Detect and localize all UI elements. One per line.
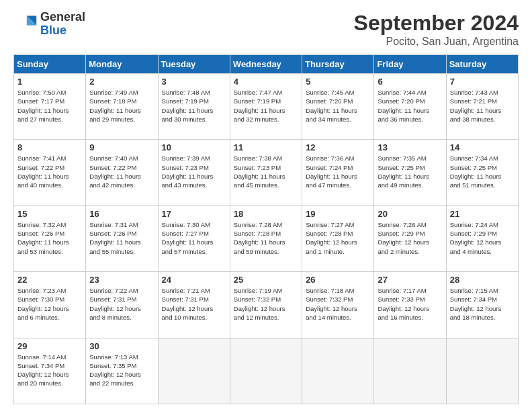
table-row bbox=[230, 338, 302, 404]
day-info: Sunrise: 7:47 AMSunset: 7:19 PMDaylight:… bbox=[234, 88, 298, 124]
day-info: Sunrise: 7:26 AMSunset: 7:29 PMDaylight:… bbox=[378, 220, 442, 256]
logo: General Blue bbox=[13, 11, 85, 38]
day-info: Sunrise: 7:28 AMSunset: 7:28 PMDaylight:… bbox=[234, 220, 298, 256]
header-thursday: Thursday bbox=[302, 55, 374, 74]
day-number: 17 bbox=[162, 209, 226, 219]
table-row: 6Sunrise: 7:44 AMSunset: 7:20 PMDaylight… bbox=[374, 74, 446, 140]
day-info: Sunrise: 7:30 AMSunset: 7:27 PMDaylight:… bbox=[162, 220, 226, 256]
page: General Blue September 2024 Pocito, San … bbox=[0, 0, 532, 411]
day-info: Sunrise: 7:32 AMSunset: 7:26 PMDaylight:… bbox=[17, 220, 82, 256]
day-number: 5 bbox=[306, 77, 370, 87]
day-number: 20 bbox=[378, 209, 442, 219]
day-number: 18 bbox=[234, 209, 298, 219]
calendar-header-row: Sunday Monday Tuesday Wednesday Thursday… bbox=[14, 55, 519, 74]
logo-general: General bbox=[40, 11, 85, 24]
day-number: 27 bbox=[378, 275, 442, 285]
header-wednesday: Wednesday bbox=[230, 55, 302, 74]
day-info: Sunrise: 7:23 AMSunset: 7:30 PMDaylight:… bbox=[17, 286, 82, 322]
table-row: 3Sunrise: 7:48 AMSunset: 7:19 PMDaylight… bbox=[158, 74, 230, 140]
table-row: 10Sunrise: 7:39 AMSunset: 7:23 PMDayligh… bbox=[158, 140, 230, 205]
table-row bbox=[302, 338, 374, 404]
day-info: Sunrise: 7:22 AMSunset: 7:31 PMDaylight:… bbox=[89, 286, 154, 322]
day-number: 15 bbox=[17, 209, 82, 219]
day-number: 28 bbox=[450, 275, 515, 285]
day-info: Sunrise: 7:34 AMSunset: 7:25 PMDaylight:… bbox=[450, 154, 515, 189]
table-row: 11Sunrise: 7:38 AMSunset: 7:23 PMDayligh… bbox=[230, 140, 302, 205]
table-row bbox=[446, 338, 518, 404]
day-info: Sunrise: 7:50 AMSunset: 7:17 PMDaylight:… bbox=[17, 88, 82, 124]
table-row: 4Sunrise: 7:47 AMSunset: 7:19 PMDaylight… bbox=[230, 74, 302, 140]
table-row: 30Sunrise: 7:13 AMSunset: 7:35 PMDayligh… bbox=[86, 338, 158, 404]
day-info: Sunrise: 7:40 AMSunset: 7:22 PMDaylight:… bbox=[89, 154, 154, 189]
day-number: 26 bbox=[306, 275, 370, 285]
day-info: Sunrise: 7:24 AMSunset: 7:29 PMDaylight:… bbox=[450, 220, 515, 256]
table-row: 28Sunrise: 7:15 AMSunset: 7:34 PMDayligh… bbox=[446, 272, 518, 338]
day-info: Sunrise: 7:49 AMSunset: 7:18 PMDaylight:… bbox=[89, 88, 154, 124]
table-row: 21Sunrise: 7:24 AMSunset: 7:29 PMDayligh… bbox=[446, 205, 518, 271]
logo-text: General Blue bbox=[40, 11, 85, 38]
day-number: 29 bbox=[17, 341, 82, 351]
day-info: Sunrise: 7:45 AMSunset: 7:20 PMDaylight:… bbox=[306, 88, 370, 124]
day-number: 2 bbox=[89, 77, 154, 87]
day-info: Sunrise: 7:27 AMSunset: 7:28 PMDaylight:… bbox=[306, 220, 370, 256]
table-row: 18Sunrise: 7:28 AMSunset: 7:28 PMDayligh… bbox=[230, 205, 302, 271]
header-saturday: Saturday bbox=[446, 55, 518, 74]
day-info: Sunrise: 7:13 AMSunset: 7:35 PMDaylight:… bbox=[89, 353, 154, 388]
day-number: 21 bbox=[450, 209, 515, 219]
day-info: Sunrise: 7:15 AMSunset: 7:34 PMDaylight:… bbox=[450, 286, 515, 322]
table-row: 16Sunrise: 7:31 AMSunset: 7:26 PMDayligh… bbox=[86, 205, 158, 271]
day-info: Sunrise: 7:41 AMSunset: 7:22 PMDaylight:… bbox=[17, 154, 82, 189]
calendar-title: September 2024 bbox=[354, 11, 519, 36]
day-number: 30 bbox=[89, 341, 154, 351]
day-info: Sunrise: 7:17 AMSunset: 7:33 PMDaylight:… bbox=[378, 286, 442, 322]
table-row: 27Sunrise: 7:17 AMSunset: 7:33 PMDayligh… bbox=[374, 272, 446, 338]
table-row: 29Sunrise: 7:14 AMSunset: 7:34 PMDayligh… bbox=[14, 338, 86, 404]
day-number: 19 bbox=[306, 209, 370, 219]
calendar-table: Sunday Monday Tuesday Wednesday Thursday… bbox=[13, 54, 519, 404]
day-number: 13 bbox=[378, 142, 442, 152]
logo-icon bbox=[13, 12, 38, 36]
day-info: Sunrise: 7:18 AMSunset: 7:32 PMDaylight:… bbox=[306, 286, 370, 322]
table-row: 23Sunrise: 7:22 AMSunset: 7:31 PMDayligh… bbox=[86, 272, 158, 338]
table-row: 24Sunrise: 7:21 AMSunset: 7:31 PMDayligh… bbox=[158, 272, 230, 338]
day-number: 12 bbox=[306, 142, 370, 152]
day-info: Sunrise: 7:31 AMSunset: 7:26 PMDaylight:… bbox=[89, 220, 154, 256]
table-row: 19Sunrise: 7:27 AMSunset: 7:28 PMDayligh… bbox=[302, 205, 374, 271]
title-block: September 2024 Pocito, San Juan, Argenti… bbox=[354, 11, 519, 48]
header-monday: Monday bbox=[86, 55, 158, 74]
table-row: 26Sunrise: 7:18 AMSunset: 7:32 PMDayligh… bbox=[302, 272, 374, 338]
day-number: 9 bbox=[89, 142, 154, 152]
table-row: 5Sunrise: 7:45 AMSunset: 7:20 PMDaylight… bbox=[302, 74, 374, 140]
table-row: 9Sunrise: 7:40 AMSunset: 7:22 PMDaylight… bbox=[86, 140, 158, 205]
table-row: 17Sunrise: 7:30 AMSunset: 7:27 PMDayligh… bbox=[158, 205, 230, 271]
table-row: 7Sunrise: 7:43 AMSunset: 7:21 PMDaylight… bbox=[446, 74, 518, 140]
day-info: Sunrise: 7:36 AMSunset: 7:24 PMDaylight:… bbox=[306, 154, 370, 189]
day-info: Sunrise: 7:21 AMSunset: 7:31 PMDaylight:… bbox=[162, 286, 226, 322]
day-info: Sunrise: 7:39 AMSunset: 7:23 PMDaylight:… bbox=[162, 154, 226, 189]
day-number: 11 bbox=[234, 142, 298, 152]
day-number: 8 bbox=[17, 142, 82, 152]
day-info: Sunrise: 7:19 AMSunset: 7:32 PMDaylight:… bbox=[234, 286, 298, 322]
day-number: 10 bbox=[162, 142, 226, 152]
header-sunday: Sunday bbox=[14, 55, 86, 74]
table-row: 13Sunrise: 7:35 AMSunset: 7:25 PMDayligh… bbox=[374, 140, 446, 205]
table-row: 22Sunrise: 7:23 AMSunset: 7:30 PMDayligh… bbox=[14, 272, 86, 338]
day-number: 16 bbox=[89, 209, 154, 219]
table-row: 2Sunrise: 7:49 AMSunset: 7:18 PMDaylight… bbox=[86, 74, 158, 140]
table-row: 14Sunrise: 7:34 AMSunset: 7:25 PMDayligh… bbox=[446, 140, 518, 205]
table-row: 15Sunrise: 7:32 AMSunset: 7:26 PMDayligh… bbox=[14, 205, 86, 271]
day-number: 24 bbox=[162, 275, 226, 285]
calendar-subtitle: Pocito, San Juan, Argentina bbox=[354, 36, 519, 48]
day-number: 14 bbox=[450, 142, 515, 152]
day-info: Sunrise: 7:43 AMSunset: 7:21 PMDaylight:… bbox=[450, 88, 515, 124]
table-row: 1Sunrise: 7:50 AMSunset: 7:17 PMDaylight… bbox=[14, 74, 86, 140]
table-row bbox=[374, 338, 446, 404]
day-number: 1 bbox=[17, 77, 82, 87]
header-tuesday: Tuesday bbox=[158, 55, 230, 74]
day-number: 6 bbox=[378, 77, 442, 87]
day-number: 3 bbox=[162, 77, 226, 87]
table-row: 20Sunrise: 7:26 AMSunset: 7:29 PMDayligh… bbox=[374, 205, 446, 271]
day-number: 22 bbox=[17, 275, 82, 285]
table-row: 8Sunrise: 7:41 AMSunset: 7:22 PMDaylight… bbox=[14, 140, 86, 205]
day-number: 23 bbox=[89, 275, 154, 285]
